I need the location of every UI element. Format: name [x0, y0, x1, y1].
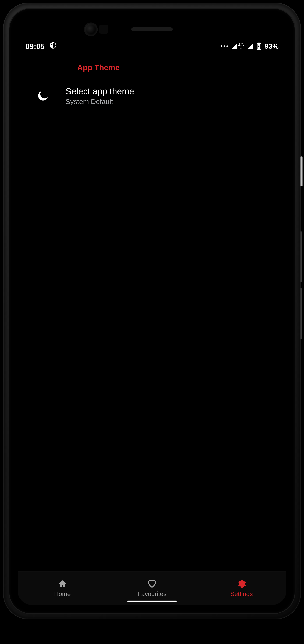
nav-favourites-label: Favourites	[137, 590, 167, 598]
bottom-nav: Home Favourites Settings	[18, 571, 286, 605]
status-right: 4G ↓↑ 93%	[221, 42, 279, 50]
home-icon	[58, 579, 67, 588]
phone-bezel: 09:05 4G ↓↑	[9, 8, 295, 614]
data-arrows-icon: ↓↑	[240, 47, 242, 50]
battery-icon	[256, 42, 261, 50]
content-area: App Theme Select app theme System Defaul…	[18, 55, 286, 571]
screen: 09:05 4G ↓↑	[18, 37, 286, 605]
heart-icon	[147, 579, 157, 588]
nav-settings[interactable]: Settings	[197, 572, 286, 605]
status-time: 09:05	[25, 42, 45, 50]
signal-icon	[247, 43, 253, 49]
sensor-icon	[99, 24, 108, 34]
setting-title: Select app theme	[66, 86, 134, 96]
status-bar: 09:05 4G ↓↑	[18, 37, 286, 55]
side-button-vol-up	[299, 232, 302, 282]
side-button-vol-down	[299, 288, 302, 339]
signal-4g-icon: 4G ↓↑	[231, 43, 244, 50]
canvas: 09:05 4G ↓↑	[0, 0, 304, 644]
camera-icon	[85, 24, 97, 35]
select-theme-row[interactable]: Select app theme System Default	[18, 86, 286, 106]
setting-value: System Default	[66, 98, 134, 106]
nav-favourites[interactable]: Favourites	[107, 572, 197, 605]
status-left: 09:05	[25, 42, 57, 50]
nav-home[interactable]: Home	[18, 572, 107, 605]
speaker-grill	[131, 28, 173, 31]
nav-settings-label: Settings	[230, 590, 253, 598]
side-button-top	[300, 156, 303, 186]
more-icon	[221, 46, 228, 47]
battery-percent: 93%	[265, 42, 279, 50]
setting-text: Select app theme System Default	[66, 86, 134, 106]
status-app-icon	[50, 42, 57, 50]
svg-point-1	[51, 44, 53, 45]
phone-frame: 09:05 4G ↓↑	[3, 2, 301, 620]
gesture-handle[interactable]	[127, 600, 177, 602]
gear-icon	[237, 579, 246, 588]
nav-home-label: Home	[54, 590, 71, 598]
section-title: App Theme	[18, 63, 286, 72]
moon-icon	[36, 89, 50, 102]
network-type-label: 4G ↓↑	[238, 43, 244, 50]
